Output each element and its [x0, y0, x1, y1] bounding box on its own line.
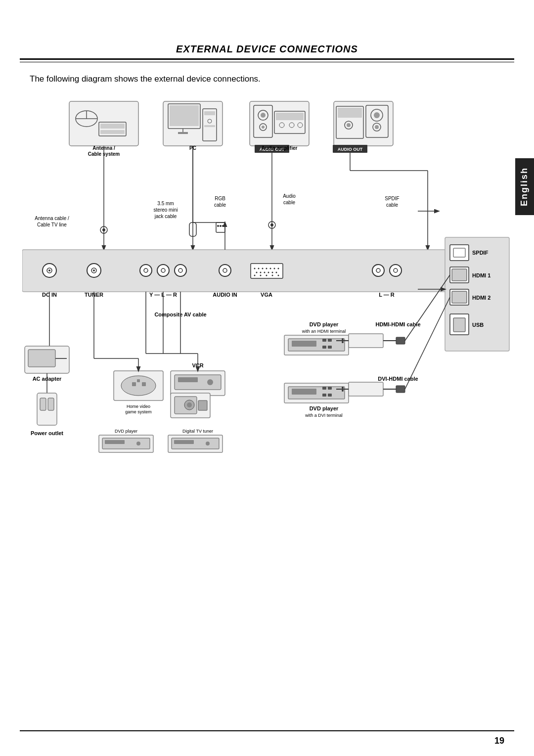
- svg-point-81: [140, 265, 152, 276]
- svg-rect-149: [132, 382, 136, 386]
- svg-text:L  —  R: L — R: [379, 292, 395, 298]
- svg-text:stereo mini: stereo mini: [154, 207, 178, 213]
- svg-rect-196: [328, 387, 332, 390]
- svg-rect-190: [396, 337, 405, 344]
- svg-point-103: [254, 275, 256, 276]
- svg-text:Home video: Home video: [127, 404, 150, 409]
- page-number: 19: [494, 736, 504, 746]
- svg-point-187: [342, 338, 344, 340]
- svg-rect-173: [174, 440, 194, 444]
- svg-point-97: [256, 272, 258, 273]
- svg-point-108: [372, 265, 384, 276]
- svg-point-87: [219, 265, 231, 276]
- svg-text:DVD player: DVD player: [310, 405, 339, 411]
- svg-text:Digital TV tuner: Digital TV tuner: [182, 429, 213, 434]
- svg-point-65: [102, 228, 105, 231]
- svg-text:DVD player: DVD player: [310, 321, 339, 327]
- svg-point-107: [278, 275, 279, 276]
- svg-point-96: [278, 268, 279, 269]
- svg-rect-129: [453, 318, 465, 332]
- svg-rect-198: [328, 394, 332, 397]
- intro-text: The following diagram shows the external…: [30, 74, 261, 84]
- svg-point-70: [222, 225, 224, 227]
- svg-rect-119: [450, 245, 469, 261]
- svg-point-188: [342, 341, 344, 343]
- svg-text:Audio: Audio: [283, 193, 296, 199]
- svg-rect-6: [100, 130, 125, 134]
- svg-rect-140: [40, 398, 46, 410]
- svg-point-158: [207, 379, 213, 385]
- svg-point-72: [270, 223, 273, 226]
- svg-rect-200: [349, 382, 383, 396]
- svg-point-77: [48, 269, 50, 271]
- svg-point-202: [342, 387, 344, 389]
- svg-line-206: [405, 297, 450, 389]
- svg-text:Audio amplifier: Audio amplifier: [262, 145, 298, 151]
- svg-rect-135: [28, 350, 55, 367]
- svg-rect-151: [142, 382, 146, 386]
- svg-text:cable: cable: [214, 202, 226, 208]
- svg-rect-182: [322, 346, 326, 349]
- svg-point-19: [261, 113, 266, 118]
- svg-point-91: [258, 268, 260, 269]
- svg-text:SPDIF: SPDIF: [385, 196, 399, 201]
- title-rule: [20, 62, 514, 62]
- svg-rect-23: [276, 113, 304, 120]
- svg-point-69: [220, 225, 222, 227]
- section-title: EXTERNAL DEVICE CONNECTIONS: [0, 44, 534, 55]
- svg-text:Cable TV line: Cable TV line: [37, 222, 67, 227]
- svg-rect-195: [322, 387, 326, 390]
- svg-point-34: [374, 112, 380, 118]
- svg-point-80: [93, 269, 95, 271]
- svg-rect-29: [338, 108, 362, 118]
- svg-text:3.5 mm: 3.5 mm: [157, 201, 174, 206]
- svg-rect-197: [322, 394, 326, 397]
- svg-text:cable: cable: [386, 202, 398, 208]
- main-diagram: AUDIO OUT AUDIO OUT Antenna / Cable syst…: [22, 96, 512, 665]
- svg-point-174: [206, 442, 210, 445]
- svg-point-90: [254, 268, 256, 269]
- svg-rect-150: [137, 379, 140, 382]
- svg-rect-169: [105, 440, 125, 444]
- svg-text:HDMI 1: HDMI 1: [472, 272, 490, 278]
- svg-text:game system: game system: [125, 409, 152, 414]
- svg-rect-185: [349, 334, 383, 348]
- svg-point-94: [270, 268, 271, 269]
- svg-text:Power outlet: Power outlet: [31, 430, 63, 436]
- svg-point-106: [272, 275, 273, 276]
- svg-rect-15: [204, 125, 215, 127]
- svg-rect-205: [396, 386, 405, 393]
- svg-rect-9: [170, 105, 199, 126]
- svg-point-148: [121, 376, 156, 396]
- svg-point-101: [272, 272, 273, 273]
- svg-point-68: [217, 225, 219, 227]
- svg-rect-126: [452, 291, 467, 303]
- svg-point-83: [157, 265, 169, 276]
- svg-text:DVD player: DVD player: [115, 429, 137, 434]
- svg-text:VGA: VGA: [261, 292, 272, 298]
- svg-rect-67: [216, 222, 225, 232]
- svg-rect-157: [178, 377, 198, 382]
- svg-text:cable: cable: [283, 200, 295, 205]
- svg-rect-89: [251, 264, 283, 278]
- svg-point-105: [266, 275, 267, 276]
- bottom-rule: [20, 730, 514, 731]
- svg-text:AUDIO OUT: AUDIO OUT: [338, 147, 363, 152]
- svg-point-36: [375, 125, 379, 129]
- svg-point-100: [268, 272, 269, 273]
- top-rule: [20, 58, 514, 60]
- svg-text:RGB: RGB: [215, 196, 225, 201]
- svg-point-93: [266, 268, 267, 269]
- svg-text:with an HDMI terminal: with an HDMI terminal: [302, 329, 346, 334]
- svg-text:SPDIF: SPDIF: [472, 250, 489, 256]
- svg-point-110: [390, 265, 401, 276]
- svg-point-85: [175, 265, 186, 276]
- svg-point-92: [262, 268, 264, 269]
- svg-point-31: [347, 123, 351, 127]
- svg-text:with a DVI terminal: with a DVI terminal: [305, 413, 343, 418]
- svg-rect-194: [292, 389, 316, 395]
- svg-rect-16: [250, 101, 309, 146]
- svg-point-104: [260, 275, 262, 276]
- svg-point-95: [274, 268, 275, 269]
- svg-rect-181: [328, 339, 332, 342]
